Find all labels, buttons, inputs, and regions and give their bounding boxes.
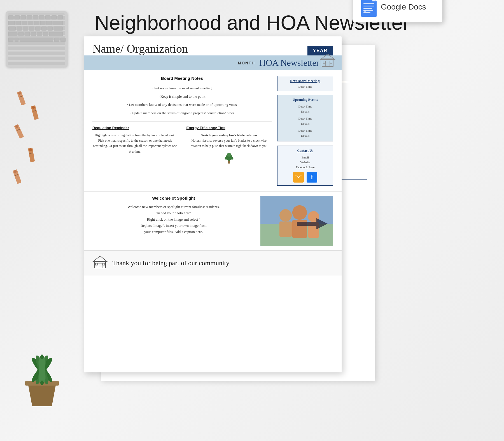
svg-marker-90 [372, 0, 377, 1]
energy-plant-icon [186, 152, 272, 166]
svg-rect-83 [297, 222, 316, 226]
email-icon [293, 172, 304, 183]
board-notes-item-2: Keep it simple and to the point [92, 92, 272, 101]
clothespins-decoration [6, 84, 56, 225]
energy-title: Energy Efficiency Tips [186, 126, 272, 130]
next-meeting-text: Date/ Time [280, 85, 330, 88]
spotlight-section: Welcome ot Spotlight Welcome new members… [92, 196, 255, 235]
next-meeting-title: Next Board Meeting: [280, 79, 330, 83]
board-notes-title: Board Meeting Notes [92, 76, 272, 81]
upcoming-events-box: Upcoming Events Date/ Time Details Date/… [277, 95, 333, 141]
newsletter-tagline: HOA Newsletter [259, 58, 319, 68]
month-label: MONTH [238, 61, 255, 65]
svg-rect-64 [323, 61, 325, 63]
contact-icons: f [280, 172, 330, 183]
svg-rect-88 [103, 263, 105, 265]
regulation-text: Highlight a rule or regulation from the … [92, 133, 178, 154]
contact-title: Contact Us [280, 149, 330, 153]
svg-rect-92 [363, 6, 374, 6]
energy-text: Switch your ceiling fan's blade rotation… [186, 133, 272, 149]
org-name: Name/ Organization [92, 42, 307, 55]
svg-rect-94 [363, 10, 373, 11]
newsletter-front-page: Name/ Organization YEAR MONTH HOA Newsle… [84, 36, 342, 372]
contact-box: Contact Us Email Website Facebook Page [277, 146, 333, 186]
plant-decoration [14, 333, 70, 413]
svg-rect-87 [95, 263, 97, 265]
newsletter-subheader: MONTH HOA Newsletter [84, 55, 342, 70]
newsletter-header: Name/ Organization YEAR [84, 36, 342, 55]
energy-bold-text: Switch your ceiling fan's blade rotation [201, 133, 257, 137]
event-3: Date/ Time Details [280, 128, 330, 138]
svg-rect-95 [363, 12, 370, 13]
newsletter-body: Board Meeting Notes Put notes from the m… [84, 70, 342, 191]
svg-rect-91 [363, 3, 374, 4]
facebook-icon: f [307, 172, 317, 183]
google-docs-badge: Google Docs [353, 0, 442, 22]
contact-website: Website [300, 160, 310, 164]
spotlight-photo-placeholder [260, 196, 333, 246]
svg-point-78 [292, 205, 307, 220]
svg-rect-77 [279, 221, 292, 237]
footer-house-icon [92, 255, 108, 271]
svg-point-76 [279, 209, 292, 221]
energy-body-text: Hot air rises, so reverse your fan's bla… [191, 139, 267, 148]
board-notes-item-3: Let members know of any decisions that w… [92, 101, 272, 109]
newsletter-left-content: Board Meeting Notes Put notes from the m… [92, 76, 272, 186]
newsletter-footer: Thank you for being part of our communit… [84, 250, 342, 276]
event-1: Date/ Time Details [280, 104, 330, 114]
spotlight-title: Welcome ot Spotlight [92, 196, 255, 200]
energy-column: Energy Efficiency Tips Switch your ceili… [182, 126, 272, 166]
house-icon [319, 53, 336, 71]
contact-facebook: Facebook Page [296, 165, 315, 169]
contact-email: Email [302, 156, 309, 159]
regulation-title: Regulation Reminder [92, 126, 178, 130]
svg-rect-61 [322, 59, 333, 67]
next-meeting-box: Next Board Meeting: Date/ Time [277, 76, 333, 91]
event-2: Date/ Time Details [280, 116, 330, 126]
newsletter-sidebar: Next Board Meeting: Date/ Time Upcoming … [277, 76, 333, 186]
board-notes-list: Put notes from the most recent meeting K… [92, 84, 272, 117]
events-title: Upcoming Events [280, 98, 330, 102]
footer-text: Thank you for being part of our communit… [112, 259, 229, 267]
svg-rect-86 [98, 263, 102, 268]
board-notes-item-4: Update members on the status of ongoing … [92, 109, 272, 117]
google-docs-label: Google Docs [381, 3, 426, 11]
two-column-section: Regulation Reminder Highlight a rule or … [92, 121, 272, 166]
svg-marker-52 [28, 384, 56, 406]
svg-rect-84 [95, 261, 106, 268]
svg-rect-93 [363, 8, 372, 9]
regulation-column: Regulation Reminder Highlight a rule or … [92, 126, 182, 166]
newsletter-bottom: Welcome ot Spotlight Welcome new members… [84, 191, 342, 250]
contact-details: Email Website Facebook Page [280, 155, 330, 170]
google-docs-icon [361, 0, 377, 17]
spotlight-text: Welcome new members or spotlight current… [92, 204, 255, 235]
events-list: Date/ Time Details Date/ Time Details Da… [280, 104, 330, 138]
svg-rect-63 [325, 61, 330, 67]
svg-rect-65 [330, 61, 332, 63]
board-notes-item-1: Put notes from the most recent meeting [92, 84, 272, 92]
